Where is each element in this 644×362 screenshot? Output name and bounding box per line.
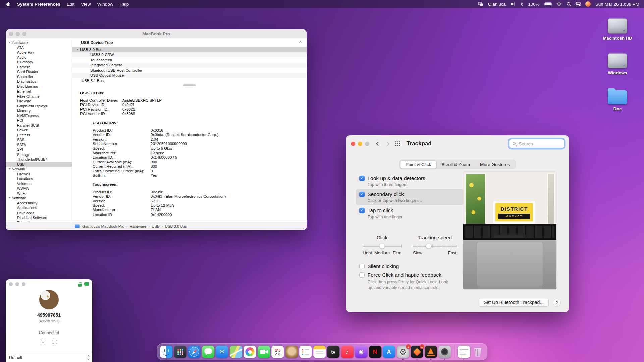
dock-mail[interactable]: ✉: [216, 346, 228, 358]
collapse-icon[interactable]: [299, 41, 302, 44]
menu-help[interactable]: Help: [119, 2, 129, 7]
tree-row-usb-optical-mouse[interactable]: USB Optical Mouse: [72, 73, 307, 78]
slider-track-tracking-speed[interactable]: [413, 243, 457, 249]
sidebar-item-storage[interactable]: Storage: [6, 152, 72, 157]
desktop-icon-windows[interactable]: Windows: [596, 53, 639, 75]
dock-launchpad[interactable]: [174, 346, 186, 358]
dock-vlc[interactable]: [425, 346, 437, 358]
tree-row-integrated-camera[interactable]: Integrated Camera: [72, 63, 307, 68]
sidebar-item-camera[interactable]: Camera: [6, 65, 72, 70]
sidebar-item-accessibility[interactable]: Accessibility: [6, 201, 72, 206]
dock-app-store[interactable]: A: [383, 346, 395, 358]
stepper-icon[interactable]: [88, 356, 89, 359]
sidebar-item-ethernet[interactable]: Ethernet: [6, 89, 72, 94]
user-avatar-icon[interactable]: [585, 1, 591, 7]
checkbox-force-click-and-haptic-feedback[interactable]: [359, 272, 365, 278]
sidebar-item-controller[interactable]: Controller: [6, 74, 72, 79]
dock-photo-booth[interactable]: [285, 346, 298, 358]
wifi-icon[interactable]: [556, 2, 562, 6]
sidebar-item-wi-fi[interactable]: Wi-Fi: [6, 191, 72, 196]
menu-view[interactable]: View: [81, 2, 91, 7]
sidebar-section-hardware[interactable]: ▾Hardware: [6, 40, 72, 45]
option-silent-clicking[interactable]: Silent clicking: [356, 262, 467, 270]
bluetooth-icon[interactable]: [520, 2, 523, 6]
dock-finder[interactable]: [160, 346, 172, 358]
tree-row-bluetooth-usb-host-controller[interactable]: Bluetooth USB Host Controller: [72, 68, 307, 73]
sidebar-section-network[interactable]: ▾Network: [6, 167, 72, 172]
tab-scroll-zoom[interactable]: Scroll & Zoom: [436, 161, 475, 168]
tab-more-gestures[interactable]: More Gestures: [475, 161, 515, 168]
sidebar-item-usb[interactable]: USB: [6, 162, 72, 167]
sidebar-item-thunderbolt-usb4[interactable]: Thunderbolt/USB4: [6, 157, 72, 162]
dock-orange-diamond-app[interactable]: 1: [411, 346, 423, 358]
checkbox-look-up-data-detectors[interactable]: ✓: [359, 176, 365, 181]
minimize-button[interactable]: [358, 142, 362, 146]
sidebar-item-fibre-channel[interactable]: Fibre Channel: [6, 94, 72, 99]
sidebar-item-spi[interactable]: SPI: [6, 147, 72, 152]
file-transfer-icon[interactable]: [40, 340, 46, 345]
desktop-icon-doc[interactable]: Doc: [596, 88, 639, 111]
trackpad-toolbar[interactable]: Trackpad: [346, 135, 569, 152]
dock-safari[interactable]: [188, 346, 200, 358]
sidebar-item-diagnostics[interactable]: Diagnostics: [6, 79, 72, 84]
menu-window[interactable]: Window: [97, 2, 113, 7]
chat-status-icon[interactable]: [84, 282, 89, 287]
dock-calendar[interactable]: MAR26: [271, 346, 284, 358]
breadcrumb-item-hardware[interactable]: Hardware: [129, 224, 146, 228]
line-selector[interactable]: Default: [6, 353, 92, 362]
show-all-button[interactable]: [395, 141, 400, 146]
option-sub-secondary-click[interactable]: Click or tap with two fingers: [368, 198, 422, 203]
sidebar-item-firewire[interactable]: FireWire: [6, 99, 72, 104]
sidebar-item-volumes[interactable]: Volumes: [6, 181, 72, 186]
sidebar-item-memory[interactable]: Memory: [6, 108, 72, 113]
dock-system-preferences[interactable]: ⚙1: [397, 346, 409, 358]
battery-icon[interactable]: [544, 2, 552, 6]
sidebar-item-sata[interactable]: SATA: [6, 142, 72, 147]
control-center-icon[interactable]: [576, 2, 581, 6]
option-tap-to-click[interactable]: ✓Tap to clickTap with one finger: [356, 205, 464, 221]
zoom-button[interactable]: [22, 282, 25, 286]
setup-bluetooth-trackpad-button[interactable]: Set Up Bluetooth Trackpad...: [479, 298, 549, 307]
search-input[interactable]: [509, 139, 564, 148]
apple-menu[interactable]: [6, 1, 11, 7]
menu-clock[interactable]: Sun Mar 26 10:38 PM: [595, 2, 639, 7]
search-field[interactable]: [509, 139, 564, 148]
dock-photos[interactable]: [244, 346, 256, 358]
slider-knob[interactable]: [379, 243, 385, 249]
menu-user-name[interactable]: Gianluca: [488, 2, 506, 7]
sidebar-item-wwan[interactable]: WWAN: [6, 186, 72, 191]
sidebar-item-applications[interactable]: Applications: [6, 205, 72, 210]
close-button[interactable]: [351, 142, 355, 146]
sidebar-item-card-reader[interactable]: Card Reader: [6, 69, 72, 74]
slider-knob[interactable]: [426, 243, 431, 249]
dock-maps[interactable]: [230, 346, 242, 358]
sidebar-item-graphics-displays[interactable]: Graphics/Displays: [6, 104, 72, 109]
dock-netflix[interactable]: N: [369, 346, 381, 358]
sidebar-item-ata[interactable]: ATA: [6, 45, 72, 50]
dock-podcasts[interactable]: ◉: [355, 346, 367, 358]
option-look-up-data-detectors[interactable]: ✓Look up & data detectorsTap with three …: [356, 173, 464, 189]
slider-track-click[interactable]: [363, 243, 401, 249]
display-mirroring-icon[interactable]: [478, 2, 483, 6]
dock-music[interactable]: ♪: [341, 346, 354, 358]
sidebar-item-parallel-scsi[interactable]: Parallel SCSI: [6, 123, 72, 128]
menu-edit[interactable]: Edit: [67, 2, 74, 7]
message-icon[interactable]: [52, 340, 58, 345]
close-button[interactable]: [9, 282, 13, 286]
sidebar-item-nvmexpress[interactable]: NVMExpress: [6, 113, 72, 118]
sysinfo-titlebar[interactable]: MacBook Pro: [6, 29, 307, 38]
checkbox-silent-clicking[interactable]: [359, 264, 365, 269]
sidebar-item-locations[interactable]: Locations: [6, 176, 72, 181]
sidebar-item-audio[interactable]: Audio: [6, 55, 72, 60]
zoom-button[interactable]: [365, 142, 369, 146]
dock-notes[interactable]: [313, 346, 326, 358]
dock-messages[interactable]: [202, 346, 214, 358]
volume-icon[interactable]: [511, 2, 516, 6]
sidebar-item-printers[interactable]: Printers: [6, 133, 72, 138]
sidebar-item-apple-pay[interactable]: Apple Pay: [6, 50, 72, 55]
dock-trash[interactable]: [472, 346, 484, 358]
spotlight-icon[interactable]: [567, 2, 571, 6]
option-force-click-and-haptic-feedback[interactable]: Force Click and haptic feedbackClick the…: [356, 270, 467, 292]
sidebar-item-bluetooth[interactable]: Bluetooth: [6, 60, 72, 65]
minimize-button[interactable]: [15, 282, 19, 286]
